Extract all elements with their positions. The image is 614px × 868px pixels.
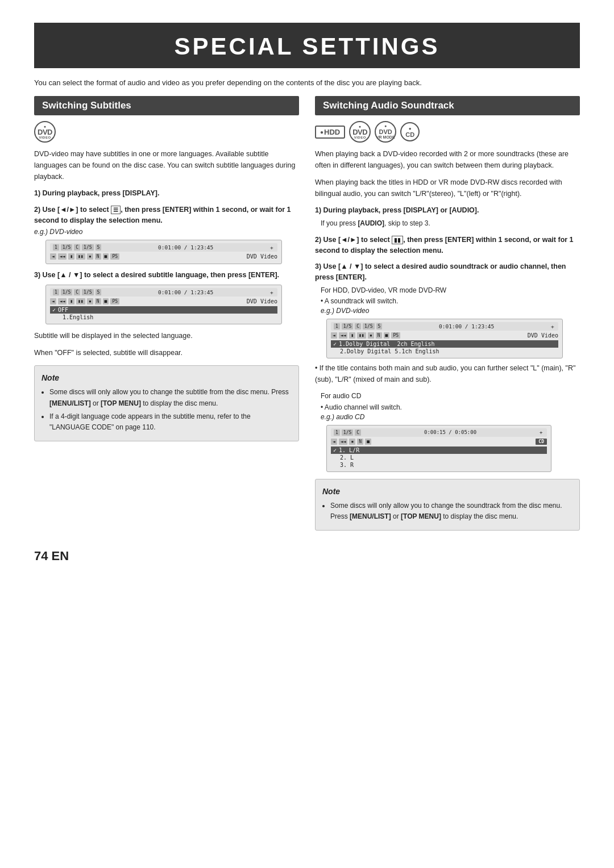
left-step1: 1) During playback, press [DISPLAY]. [34, 188, 299, 199]
audio-menu-dolby2: 2.Dolby Digital 5.1ch English [331, 348, 558, 355]
right-section-header: Switching Audio Soundtrack [315, 96, 580, 115]
right-badge-row: ● HDD ● DVD VIDEO ● DVD VR MODE ● CD [315, 121, 580, 143]
right-step3-sub2: • A soundtrack will switch. [321, 296, 580, 307]
dvd-badge-row: ● DVD VIDEO [34, 121, 299, 143]
page-number: 74 EN [34, 549, 580, 564]
left-step3: 3) Use [▲ / ▼] to select a desired subti… [34, 270, 299, 324]
left-step2-title: 2) Use [◄/►] to select ☰, then press [EN… [34, 205, 299, 226]
left-after-step3-1: Subtitle will be displayed in the select… [34, 330, 299, 341]
left-step2: 2) Use [◄/►] to select ☰, then press [EN… [34, 205, 299, 265]
left-note-box: Note Some discs will only allow you to c… [34, 365, 299, 441]
right-step3-sub4: For audio CD [321, 391, 580, 402]
subtitle-menu-off: ✓ OFF [50, 306, 277, 314]
left-section-header: Switching Subtitles [34, 96, 299, 115]
dvd-vr-badge: ● DVD VR MODE [375, 121, 396, 143]
audio-menu-dolby1: ✓ 1.Dolby Digital 2ch English [331, 340, 558, 348]
right-body1: When playing back a DVD-video recorded w… [315, 148, 580, 171]
screen-mock-2: 1 1/S C 1/S S 0:01:00 / 1:23:45 + ◄ ◄◄ ▮ [45, 285, 282, 324]
right-note-item-1: Some discs will only allow you to change… [330, 500, 572, 522]
left-step1-title: 1) During playback, press [DISPLAY]. [34, 188, 299, 199]
left-note-item-1: Some discs will only allow you to change… [49, 387, 292, 408]
right-column: Switching Audio Soundtrack ● HDD ● DVD V… [315, 96, 580, 531]
left-body1: DVD-video may have subtitles in one or m… [34, 148, 299, 182]
right-step1-sub: If you press [AUDIO], skip to step 3. [321, 218, 580, 229]
right-note-list: Some discs will only allow you to change… [322, 500, 572, 522]
left-note-list: Some discs will only allow you to change… [42, 387, 292, 433]
page: SPECIAL SETTINGS You can select the form… [0, 0, 614, 598]
left-step2-eg: e.g.) DVD-video [34, 228, 299, 236]
page-title: SPECIAL SETTINGS [34, 23, 580, 68]
right-step2-title: 2) Use [◄/►] to select ▮▮, then press [E… [315, 235, 580, 256]
left-after-step3-2: When "OFF" is selected, subtitle will di… [34, 347, 299, 358]
right-step1: 1) During playback, press [DISPLAY] or [… [315, 205, 580, 229]
audio-cd-lr: ✓ 1. L/R [331, 446, 547, 454]
right-note-title: Note [322, 485, 572, 498]
right-step3-eg1: e.g.) DVD-video [321, 307, 580, 315]
right-step3: 3) Use [▲ / ▼] to select a desired audio… [315, 261, 580, 471]
hdd-badge: ● HDD [315, 126, 345, 139]
right-step3-sub3: • If the title contains both main and su… [315, 362, 580, 385]
audio-cd-l: 2. L [331, 454, 547, 461]
screen-mock-3: 1 1/S C 1/S S 0:01:00 / 1:23:45 + ◄ ◄◄ ▮ [326, 319, 563, 358]
left-note-title: Note [42, 372, 292, 384]
screen-mock-4: 1 1/S C 0:00:15 / 0:05:00 + ◄ ◄◄ ▪ N ■ [326, 425, 551, 472]
audio-cd-r: 3. R [331, 461, 547, 469]
dvd-badge-right: ● DVD VIDEO [349, 121, 371, 143]
left-column: Switching Subtitles ● DVD VIDEO DVD-vide… [34, 96, 299, 441]
intro-text: You can select the format of audio and v… [34, 78, 580, 87]
right-step2: 2) Use [◄/►] to select ▮▮, then press [E… [315, 235, 580, 256]
right-step3-sub5: • Audio channel will switch. [321, 402, 580, 413]
two-column-layout: Switching Subtitles ● DVD VIDEO DVD-vide… [34, 96, 580, 531]
right-step3-eg2: e.g.) audio CD [321, 413, 580, 421]
left-step3-title: 3) Use [▲ / ▼] to select a desired subti… [34, 270, 299, 281]
cd-badge: ● CD [400, 122, 420, 141]
left-note-item-2: If a 4-digit language code appears in th… [49, 411, 292, 433]
right-step3-sub1: For HDD, DVD-video, VR mode DVD-RW [321, 285, 580, 296]
right-step1-title: 1) During playback, press [DISPLAY] or [… [315, 205, 580, 216]
subtitle-menu-english: 1.English [50, 314, 277, 321]
right-note-box: Note Some discs will only allow you to c… [315, 479, 580, 531]
right-step3-title: 3) Use [▲ / ▼] to select a desired audio… [315, 261, 580, 283]
screen-mock-1: 1 1/S C 1/S S 0:01:00 / 1:23:45 + ◄ ◄◄ ▮ [45, 240, 282, 264]
right-body2: When playing back the titles in HDD or V… [315, 177, 580, 199]
dvd-video-badge: ● DVD VIDEO [34, 121, 56, 143]
